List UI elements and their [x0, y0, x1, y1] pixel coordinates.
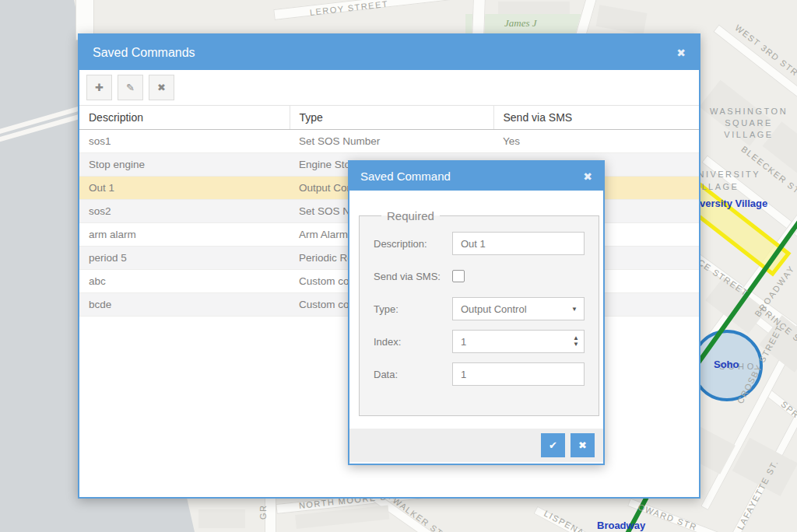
saved-commands-title: Saved Commands [93, 46, 676, 60]
spin-down-icon[interactable]: ▼ [573, 341, 579, 348]
data-row: Data: [374, 362, 585, 386]
pencil-icon: ✎ [126, 82, 135, 93]
park-label-james: James J [504, 17, 537, 30]
sms-row: Send via SMS: [374, 264, 585, 288]
close-icon[interactable]: ✖ [583, 170, 592, 183]
table-row[interactable]: sos1 Set SOS Number Yes [79, 130, 699, 153]
area-label-washington-square-village: WASHINGTON SQUARE VILLAGE [700, 106, 797, 141]
edit-command-button[interactable]: ✎ [118, 75, 143, 100]
data-label: Data: [374, 369, 452, 380]
cell-description: sos1 [79, 130, 290, 153]
table-header-row: Description Type Send via SMS [79, 106, 699, 130]
column-header-sms[interactable]: Send via SMS [493, 106, 699, 130]
delete-icon: ✖ [157, 82, 166, 93]
sms-checkbox[interactable] [452, 270, 465, 282]
cell-type: Set SOS Number [290, 130, 493, 153]
plus-icon: ✚ [95, 82, 104, 93]
cell-description: sos2 [79, 200, 290, 223]
cell-description: Stop engine [79, 153, 290, 177]
saved-command-title: Saved Command [360, 170, 583, 183]
cell-sms: Yes [493, 130, 699, 153]
saved-command-body: Required Description: Send via SMS: Type… [349, 191, 603, 462]
index-label: Index: [374, 336, 452, 348]
index-row: Index: ▲ ▼ [374, 330, 585, 353]
description-label: Description: [374, 238, 452, 250]
delete-command-button[interactable]: ✖ [149, 75, 174, 100]
street-label-greenwich: GR [258, 505, 268, 520]
commands-toolbar: ✚ ✎ ✖ [79, 70, 699, 105]
cell-description: abc [79, 270, 290, 293]
cancel-button[interactable]: ✖ [571, 433, 595, 457]
saved-command-header: Saved Command ✖ [349, 162, 603, 191]
close-icon[interactable]: ✖ [676, 47, 686, 59]
poi-label-broadway: Broadway [597, 520, 645, 531]
confirm-button[interactable]: ✔ [541, 433, 565, 457]
type-row: Type: Output Control ▼ [374, 297, 585, 320]
cell-description: arm alarm [79, 223, 290, 247]
cell-description: Out 1 [79, 177, 290, 200]
description-row: Description: [374, 232, 585, 255]
cell-description: period 5 [79, 247, 290, 270]
chevron-down-icon[interactable]: ▼ [571, 306, 578, 313]
type-dropdown-value: Output Control [461, 303, 527, 315]
sms-label: Send via SMS: [374, 271, 452, 282]
column-header-type[interactable]: Type [290, 106, 493, 130]
type-label: Type: [374, 303, 452, 315]
cancel-icon: ✖ [578, 439, 587, 451]
description-field[interactable] [452, 232, 585, 255]
type-dropdown[interactable]: Output Control [452, 297, 585, 320]
poi-label-soho: Soho [714, 359, 739, 370]
cell-description: bcde [79, 293, 290, 317]
saved-command-dialog: Saved Command ✖ Required Description: Se… [348, 160, 605, 465]
add-command-button[interactable]: ✚ [86, 75, 112, 100]
column-header-description[interactable]: Description [79, 106, 290, 130]
saved-commands-header: Saved Commands ✖ [79, 35, 699, 70]
check-icon: ✔ [549, 439, 557, 451]
data-field[interactable] [452, 362, 585, 386]
required-fieldset: Required Description: Send via SMS: Type… [359, 209, 599, 416]
app-screen: LEROY STREET James J WEST 3RD STR WASHIN… [0, 0, 797, 532]
saved-command-footer: ✔ ✖ [349, 429, 603, 462]
index-stepper[interactable] [452, 330, 585, 353]
required-legend: Required [381, 209, 440, 222]
